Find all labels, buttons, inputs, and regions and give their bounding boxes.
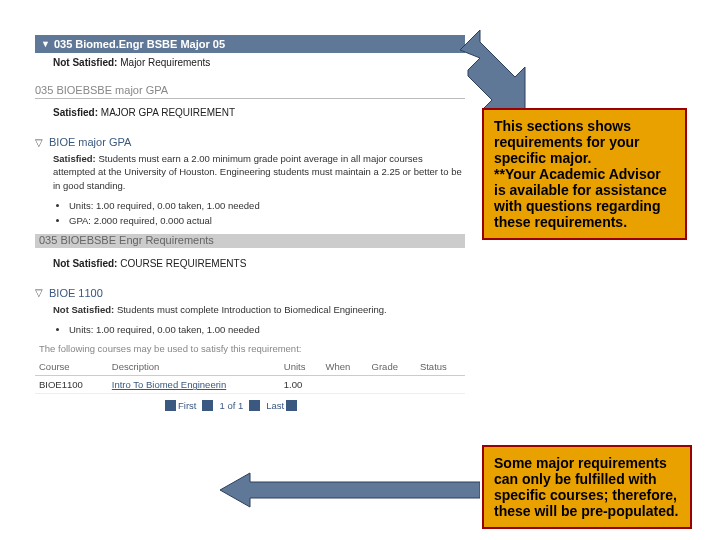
callout-text: Some major requirements can only be fulf…: [494, 455, 678, 519]
body-satisfied-label: Satisfied:: [53, 153, 96, 164]
bullet-item: GPA: 2.000 required, 0.000 actual: [69, 215, 465, 226]
not-satisfied-label: Not Satisfied:: [53, 258, 117, 269]
svg-marker-0: [460, 30, 525, 110]
svg-marker-1: [220, 473, 480, 507]
body-satisfied-text: Students must earn a 2.00 minimum grade …: [53, 153, 462, 191]
table-row: BIOE1100 Intro To Biomed Engineerin 1.00: [35, 376, 465, 394]
pager-last-label: Last: [266, 400, 284, 411]
pager-first-button[interactable]: First: [165, 400, 196, 411]
collapse-triangle-icon[interactable]: ▼: [41, 39, 50, 49]
cell-grade: [368, 376, 416, 394]
col-course: Course: [35, 358, 108, 376]
cell-course: BIOE1100: [35, 376, 108, 394]
collapse-triangle-icon[interactable]: ▽: [35, 137, 43, 148]
annotation-callout: This sections shows requirements for you…: [482, 108, 687, 240]
body-not-satisfied-text: Students must complete Introduction to B…: [117, 304, 387, 315]
bioe-toggle-row[interactable]: ▽ BIOE 1100: [35, 287, 465, 299]
not-satisfied-text: Major Requirements: [120, 57, 210, 68]
pager-prev-button[interactable]: [202, 400, 213, 411]
major-header-title: 035 Biomed.Engr BSBE Major 05: [54, 38, 225, 50]
courses-table: Course Description Units When Grade Stat…: [35, 358, 465, 394]
annotation-callout: Some major requirements can only be fulf…: [482, 445, 692, 529]
major-header-bar[interactable]: ▼ 035 Biomed.Engr BSBE Major 05: [35, 35, 465, 53]
col-status: Status: [416, 358, 465, 376]
gpa-toggle-row[interactable]: ▽ BIOE major GPA: [35, 136, 465, 148]
col-when: When: [321, 358, 367, 376]
prev-page-icon: [202, 400, 213, 411]
pager-position: 1 of 1: [219, 400, 243, 411]
engr-req-title: 035 BIOEBSBE Engr Requirements: [35, 234, 218, 246]
pager-first-label: First: [178, 400, 196, 411]
not-satisfied-text: COURSE REQUIREMENTS: [120, 258, 246, 269]
satisfied-label: Satisfied:: [53, 107, 98, 118]
courses-note: The following courses may be used to sat…: [35, 343, 465, 354]
cell-when: [321, 376, 367, 394]
cell-status: [416, 376, 465, 394]
callout-text: This sections shows requirements for you…: [494, 118, 667, 230]
course-link[interactable]: Intro To Biomed Engineerin: [112, 379, 226, 390]
last-page-icon: [286, 400, 297, 411]
degree-audit-panel: ▼ 035 Biomed.Engr BSBE Major 05 Not Sati…: [35, 35, 465, 411]
body-not-satisfied-label: Not Satisfied:: [53, 304, 114, 315]
collapse-triangle-icon[interactable]: ▽: [35, 287, 43, 298]
annotation-arrow: [220, 470, 480, 510]
col-units: Units: [280, 358, 322, 376]
pager-last-button[interactable]: Last: [266, 400, 297, 411]
pager-next-button[interactable]: [249, 400, 260, 411]
satisfied-text: MAJOR GPA REQUIREMENT: [101, 107, 235, 118]
bioe-row-title: BIOE 1100: [49, 287, 103, 299]
gpa-bullets: Units: 1.00 required, 0.00 taken, 1.00 n…: [35, 200, 465, 226]
bullet-item: Units: 1.00 required, 0.00 taken, 1.00 n…: [69, 200, 465, 211]
course-bullets: Units: 1.00 required, 0.00 taken, 1.00 n…: [35, 324, 465, 335]
first-page-icon: [165, 400, 176, 411]
section-divider: 035 BIOEBSBE Engr Requirements: [35, 234, 465, 248]
section-gpa-title: 035 BIOEBSBE major GPA: [35, 84, 465, 99]
annotation-arrow: [460, 25, 530, 115]
not-satisfied-label: Not Satisfied:: [53, 57, 117, 68]
bullet-item: Units: 1.00 required, 0.00 taken, 1.00 n…: [69, 324, 465, 335]
col-grade: Grade: [368, 358, 416, 376]
gpa-row-title: BIOE major GPA: [49, 136, 131, 148]
next-page-icon: [249, 400, 260, 411]
col-description: Description: [108, 358, 280, 376]
pager: First 1 of 1 Last: [35, 400, 465, 411]
cell-units: 1.00: [280, 376, 322, 394]
